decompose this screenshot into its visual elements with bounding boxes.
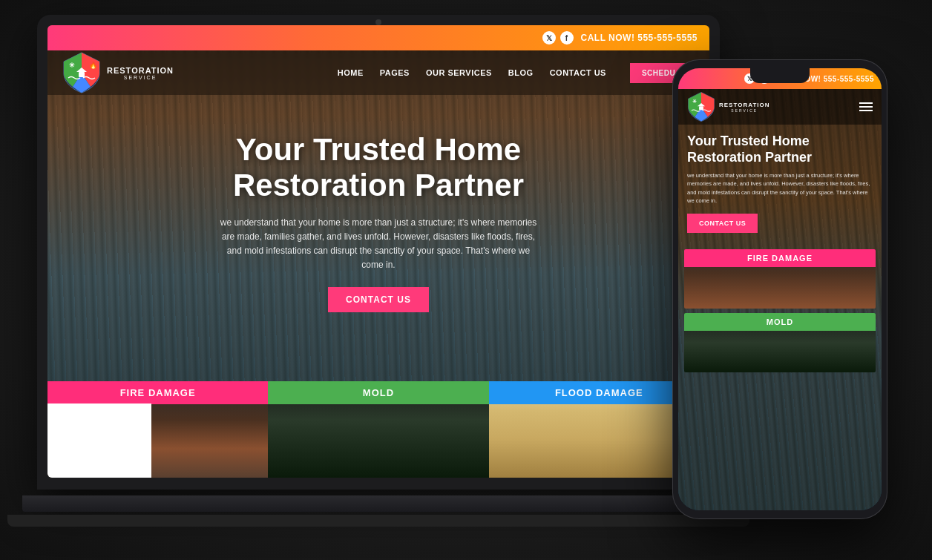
laptop-base — [22, 495, 735, 512]
nav-blog[interactable]: BLOG — [508, 68, 534, 77]
hero-contact-button[interactable]: CONTACT US — [328, 287, 429, 312]
phone-service-card-mold[interactable]: MOLD — [684, 313, 876, 372]
top-bar: 𝕏 f CALL NOW! 555-555-5555 — [47, 25, 709, 50]
laptop-camera — [375, 19, 381, 25]
phone-notch — [750, 68, 810, 83]
phone-body: 𝕏 f CALL NOW! 555-555-5555 — [672, 59, 887, 519]
svg-text:🔥: 🔥 — [89, 61, 98, 70]
nav-links: HOME PAGES OUR SERVICES BLOG CONTACT US … — [338, 63, 695, 83]
nav-logo: ✳ 🔥 RESTORATION SERVICE — [62, 51, 338, 94]
phone-logo-text: RESTORATION SERVICE — [719, 102, 769, 113]
phone-service-card-fire[interactable]: FIRE DAMAGE — [684, 249, 876, 309]
phone-navbar: ✳ RESTORATION SERVICE — [678, 89, 882, 125]
svg-text:✳: ✳ — [69, 62, 75, 69]
fire-damage-label: FIRE DAMAGE — [47, 381, 268, 404]
svg-rect-4 — [699, 106, 703, 110]
svg-text:✳: ✳ — [692, 99, 697, 104]
laptop-foot — [7, 515, 749, 527]
phone-mold-label: MOLD — [684, 313, 876, 331]
hero-title: Your Trusted Home Restoration Partner — [77, 132, 680, 204]
phone-device: 𝕏 f CALL NOW! 555-555-5555 — [672, 59, 887, 519]
phone-screen: 𝕏 f CALL NOW! 555-555-5555 — [678, 68, 882, 510]
laptop-body: 𝕏 f CALL NOW! 555-555-5555 — [37, 15, 720, 490]
nav-contact[interactable]: CONTACT US — [550, 68, 606, 77]
phone-hero-description: we understand that your home is more tha… — [687, 171, 873, 205]
nav-pages[interactable]: PAGES — [380, 68, 410, 77]
phone-fire-label: FIRE DAMAGE — [684, 249, 876, 267]
white-box-overlay — [47, 403, 151, 478]
phone-hero-title: Your Trusted Home Restoration Partner — [687, 134, 873, 165]
hero-section: Your Trusted Home Restoration Partner we… — [47, 117, 709, 327]
social-icons: 𝕏 f — [542, 31, 574, 45]
hamburger-menu-icon[interactable] — [859, 102, 873, 111]
svg-rect-0 — [79, 72, 85, 77]
phone-services-section: FIRE DAMAGE MOLD — [678, 249, 882, 372]
facebook-icon[interactable]: f — [560, 31, 574, 45]
nav-home[interactable]: HOME — [338, 68, 364, 77]
scene: 𝕏 f CALL NOW! 555-555-5555 — [0, 0, 932, 560]
twitter-icon[interactable]: 𝕏 — [542, 31, 556, 45]
service-card-mold[interactable]: MOLD — [268, 381, 488, 478]
laptop-screen: 𝕏 f CALL NOW! 555-555-5555 — [47, 25, 709, 478]
laptop-device: 𝕏 f CALL NOW! 555-555-5555 — [37, 15, 720, 534]
hero-description: we understand that your home is more tha… — [215, 216, 542, 273]
phone-logo-shield-icon: ✳ — [687, 91, 715, 122]
phone-logo: ✳ RESTORATION SERVICE — [687, 91, 769, 122]
services-row: FIRE DAMAGE MOLD FLOOD DAMAGE — [47, 381, 709, 478]
nav-services[interactable]: OUR SERVICES — [426, 68, 492, 77]
mold-label: MOLD — [268, 381, 488, 404]
logo-text: RESTORATION SERVICE — [107, 66, 174, 80]
phone-hero-section: Your Trusted Home Restoration Partner we… — [678, 125, 882, 242]
logo-shield-icon: ✳ 🔥 — [62, 51, 101, 94]
navbar: ✳ 🔥 RESTORATION SERVICE — [47, 50, 709, 95]
phone-number: CALL NOW! 555-555-5555 — [581, 33, 698, 43]
phone-contact-button[interactable]: CONTACT US — [687, 214, 758, 233]
